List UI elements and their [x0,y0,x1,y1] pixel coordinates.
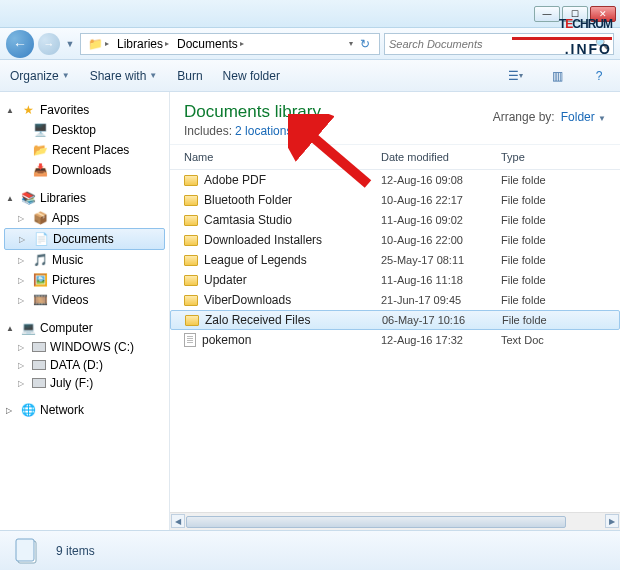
cell-date: 06-May-17 10:16 [376,314,496,326]
cell-name: Downloaded Installers [170,233,375,247]
search-icon: 🔍 [595,37,609,50]
address-bar[interactable]: 📁▸ Libraries ▸ Documents ▸ ▾ ↻ [80,33,380,55]
cell-type: File folde [495,274,575,286]
cell-name: ViberDownloads [170,293,375,307]
sidebar-item-drive-c[interactable]: ▷WINDOWS (C:) [0,338,169,356]
cell-type: File folde [495,174,575,186]
folder-icon [184,215,198,226]
folder-icon [184,175,198,186]
computer-group[interactable]: ▲💻Computer [0,318,169,338]
sidebar-item-drive-d[interactable]: ▷DATA (D:) [0,356,169,374]
close-button[interactable]: ✕ [590,6,616,22]
burn-button[interactable]: Burn [177,69,202,83]
title-bar: — ☐ ✕ [0,0,620,28]
sidebar-item-drive-f[interactable]: ▷July (F:) [0,374,169,392]
status-icon [12,535,44,567]
file-row[interactable]: pokemon12-Aug-16 17:32Text Doc [170,330,620,350]
cell-date: 11-Aug-16 11:18 [375,274,495,286]
cell-type: File folde [495,214,575,226]
scroll-left-button[interactable]: ◀ [171,514,185,528]
organize-button[interactable]: Organize ▼ [10,69,70,83]
sidebar-item-videos[interactable]: ▷🎞️Videos [0,290,169,310]
toolbar: Organize ▼ Share with ▼ Burn New folder … [0,60,620,92]
help-button[interactable]: ? [588,65,610,87]
cell-date: 12-Aug-16 09:08 [375,174,495,186]
maximize-button[interactable]: ☐ [562,6,588,22]
folder-icon [184,255,198,266]
file-row[interactable]: Adobe PDF12-Aug-16 09:08File folde [170,170,620,190]
sidebar-item-downloads[interactable]: 📥Downloads [0,160,169,180]
sidebar-item-documents[interactable]: ▷📄Documents [4,228,165,250]
locations-link[interactable]: 2 locations [235,124,292,138]
refresh-button[interactable]: ↻ [355,37,375,51]
status-text: 9 items [56,544,95,558]
favorites-group[interactable]: ▲★Favorites [0,100,169,120]
network-group[interactable]: ▷🌐Network [0,400,169,420]
folder-icon [184,275,198,286]
column-type[interactable]: Type [495,149,575,165]
sidebar-item-recent[interactable]: 📂Recent Places [0,140,169,160]
main-area: ▲★Favorites 🖥️Desktop 📂Recent Places 📥Do… [0,92,620,530]
sidebar-item-pictures[interactable]: ▷🖼️Pictures [0,270,169,290]
back-button[interactable]: ← [6,30,34,58]
cell-date: 21-Jun-17 09:45 [375,294,495,306]
file-row[interactable]: Bluetooth Folder10-Aug-16 22:17File fold… [170,190,620,210]
search-box[interactable]: 🔍 [384,33,614,55]
new-folder-button[interactable]: New folder [223,69,280,83]
file-row[interactable]: Downloaded Installers10-Aug-16 22:00File… [170,230,620,250]
file-list: Adobe PDF12-Aug-16 09:08File foldeBlueto… [170,170,620,512]
breadcrumb-root-icon[interactable]: 📁▸ [85,37,112,51]
library-title: Documents library [184,102,321,122]
history-dropdown[interactable]: ▼ [64,39,76,49]
cell-date: 12-Aug-16 17:32 [375,334,495,346]
scroll-thumb[interactable] [186,516,566,528]
search-input[interactable] [389,38,595,50]
navigation-pane: ▲★Favorites 🖥️Desktop 📂Recent Places 📥Do… [0,92,170,530]
minimize-button[interactable]: — [534,6,560,22]
cell-name: Zalo Received Files [171,313,376,327]
cell-name: Bluetooth Folder [170,193,375,207]
cell-type: File folde [495,234,575,246]
cell-name: Updater [170,273,375,287]
libraries-group[interactable]: ▲📚Libraries [0,188,169,208]
cell-name: League of Legends [170,253,375,267]
status-bar: 9 items [0,530,620,570]
cell-date: 10-Aug-16 22:17 [375,194,495,206]
breadcrumb-libraries[interactable]: Libraries ▸ [114,37,172,51]
cell-name: Adobe PDF [170,173,375,187]
folder-icon [184,235,198,246]
folder-icon [184,195,198,206]
cell-name: Camtasia Studio [170,213,375,227]
cell-type: File folde [495,254,575,266]
preview-pane-button[interactable]: ▥ [546,65,568,87]
cell-type: File folde [495,194,575,206]
file-row[interactable]: Updater11-Aug-16 11:18File folde [170,270,620,290]
view-options-button[interactable]: ☰▾ [504,65,526,87]
cell-date: 11-Aug-16 09:02 [375,214,495,226]
file-row[interactable]: League of Legends25-May-17 08:11File fol… [170,250,620,270]
address-dropdown[interactable]: ▾ [349,39,353,48]
window-controls: — ☐ ✕ [534,6,616,22]
content-pane: Documents library Includes: 2 locations … [170,92,620,530]
breadcrumb-documents[interactable]: Documents ▸ [174,37,247,51]
folder-icon [185,315,199,326]
file-row[interactable]: Camtasia Studio11-Aug-16 09:02File folde [170,210,620,230]
cell-name: pokemon [170,333,375,347]
text-file-icon [184,333,196,347]
share-button[interactable]: Share with ▼ [90,69,158,83]
cell-type: Text Doc [495,334,575,346]
forward-button[interactable]: → [38,33,60,55]
column-date[interactable]: Date modified [375,149,495,165]
horizontal-scrollbar[interactable]: ◀ ▶ [170,512,620,530]
cell-type: File folde [496,314,576,326]
scroll-right-button[interactable]: ▶ [605,514,619,528]
arrange-by-dropdown[interactable]: Folder ▼ [561,110,606,124]
column-name[interactable]: Name [170,149,375,165]
svg-rect-1 [16,539,34,561]
file-row[interactable]: ViberDownloads21-Jun-17 09:45File folde [170,290,620,310]
file-row[interactable]: Zalo Received Files06-May-17 10:16File f… [170,310,620,330]
library-includes: Includes: 2 locations [184,124,321,138]
sidebar-item-desktop[interactable]: 🖥️Desktop [0,120,169,140]
sidebar-item-apps[interactable]: ▷📦Apps [0,208,169,228]
sidebar-item-music[interactable]: ▷🎵Music [0,250,169,270]
